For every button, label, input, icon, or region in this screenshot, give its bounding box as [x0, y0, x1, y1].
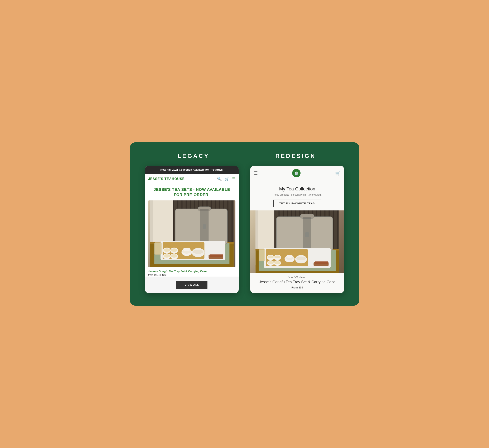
svg-point-83: [286, 255, 293, 258]
redesign-body: My Tea Collection These are teas I perso…: [250, 181, 344, 210]
legacy-logo: JESSE'S TEAHOUSE: [148, 177, 185, 181]
legacy-icons: 🔍 🛒 ☰: [217, 177, 236, 181]
redesign-phone: ☰ 🍵 🛒 My Tea Collection These are teas I…: [250, 166, 344, 293]
redesign-tea-image: [250, 210, 344, 273]
svg-rect-16: [231, 200, 233, 246]
collection-title: My Tea Collection: [254, 186, 340, 192]
cart-icon[interactable]: 🛒: [225, 177, 229, 181]
redesign-product-price: From $95: [254, 286, 340, 289]
collection-subtitle: These are teas I personally can't live w…: [254, 193, 340, 196]
legacy-banner: New Fall 2021 Collection Available for P…: [145, 166, 239, 174]
svg-rect-74: [305, 232, 309, 237]
svg-rect-26: [203, 224, 206, 229]
menu-hamburger-icon[interactable]: ☰: [254, 171, 258, 176]
redesign-brand: Jesse's Teahouse: [254, 276, 340, 279]
svg-point-80: [274, 256, 280, 258]
phones-row: New Fall 2021 Collection Available for P…: [142, 166, 347, 293]
svg-point-42: [171, 254, 177, 258]
menu-icon[interactable]: ☰: [232, 177, 236, 181]
redesign-header: ☰ 🍵 🛒: [250, 166, 344, 181]
svg-rect-46: [210, 254, 223, 257]
redesign-product-name: Jesse's Gongfu Tea Tray Set & Carrying C…: [254, 280, 340, 284]
legacy-headline: JESSE'S TEA SETS - NOW AVAILABLE FOR PRE…: [148, 187, 236, 197]
legacy-phone: New Fall 2021 Collection Available for P…: [145, 166, 239, 293]
svg-rect-93: [315, 261, 328, 264]
legacy-product-link[interactable]: Jesse's Gongfu Tea Tray Set & Carrying C…: [148, 270, 236, 273]
svg-point-38: [193, 250, 203, 254]
brand-logo: 🍵: [292, 169, 301, 177]
svg-point-85: [296, 256, 306, 260]
svg-rect-2: [173, 200, 174, 246]
main-container: LEGACY REDESIGN New Fall 2021 Collection…: [130, 142, 359, 305]
svg-rect-49: [274, 210, 275, 252]
section-divider: [291, 183, 303, 183]
svg-point-31: [163, 248, 170, 252]
cart-bag-icon[interactable]: 🛒: [335, 171, 340, 176]
legacy-view-all-wrap: VIEW ALL: [145, 277, 239, 293]
svg-point-36: [183, 248, 190, 251]
svg-point-87: [267, 261, 274, 264]
svg-point-78: [267, 256, 274, 258]
svg-rect-64: [337, 210, 338, 252]
legacy-section-title: LEGACY: [147, 153, 239, 159]
svg-point-33: [171, 248, 177, 252]
view-all-button[interactable]: VIEW ALL: [176, 281, 207, 289]
legacy-price: from $95.00 USD: [148, 274, 236, 277]
redesign-product-info: Jesse's Teahouse Jesse's Gongfu Tea Tray…: [250, 273, 344, 293]
legacy-tea-image: [148, 200, 236, 267]
logo-icon: 🍵: [294, 171, 299, 176]
svg-rect-44: [155, 243, 161, 254]
legacy-body: JESSE'S TEA SETS - NOW AVAILABLE FOR PRE…: [145, 184, 239, 276]
svg-rect-91: [259, 249, 265, 261]
try-teas-button[interactable]: TRY MY FAVORITE TEAS: [273, 200, 321, 207]
section-headers: LEGACY REDESIGN: [142, 153, 347, 159]
headline-line2: FOR PRE-ORDER!: [174, 192, 210, 197]
legacy-header: JESSE'S TEAHOUSE 🔍 🛒 ☰: [145, 174, 239, 184]
search-icon[interactable]: 🔍: [217, 177, 222, 181]
redesign-section-title: REDESIGN: [250, 153, 342, 159]
svg-point-89: [274, 261, 280, 264]
headline-line1: JESSE'S TEA SETS - NOW AVAILABLE: [154, 187, 230, 192]
svg-point-40: [163, 254, 170, 258]
